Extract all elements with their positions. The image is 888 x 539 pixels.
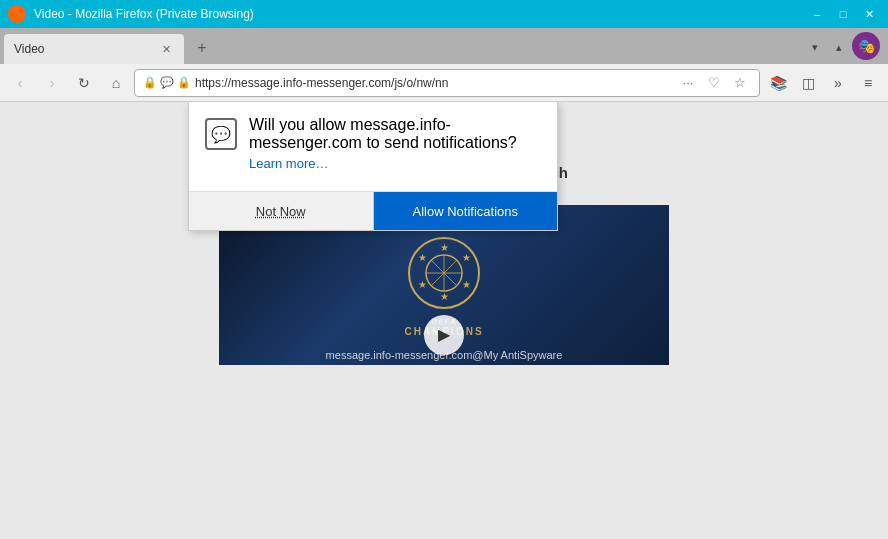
chevron-up-icon[interactable]: ▴ [828, 36, 850, 58]
reload-button[interactable]: ↻ [70, 69, 98, 97]
menu-button[interactable]: ≡ [854, 69, 882, 97]
more-tools-button[interactable]: » [824, 69, 852, 97]
titlebar-controls: – □ ✕ [806, 3, 880, 25]
page-content: 💬 Will you allow message.info-messenger.… [0, 102, 888, 539]
titlebar: Video - Mozilla Firefox (Private Browsin… [0, 0, 888, 28]
tab-close-button[interactable]: ✕ [158, 41, 174, 57]
library-button[interactable]: 📚 [764, 69, 792, 97]
learn-more-link[interactable]: Learn more… [249, 152, 541, 181]
tabbar-right-controls: ▾ ▴ 🎭 [804, 32, 884, 62]
svg-text:★: ★ [440, 291, 449, 302]
more-button[interactable]: ··· [677, 72, 699, 94]
new-tab-button[interactable]: + [188, 34, 216, 62]
notification-popup: 💬 Will you allow message.info-messenger.… [188, 102, 558, 231]
toolbar-right: 📚 ◫ » ≡ [764, 69, 882, 97]
notification-bell-icon: 💬 [205, 118, 237, 150]
sidebar-button[interactable]: ◫ [794, 69, 822, 97]
champions-ball-icon: ★ ★ ★ ★ ★ ★ [404, 233, 484, 313]
not-now-button[interactable]: Not Now [189, 192, 374, 230]
svg-text:★: ★ [462, 279, 471, 290]
home-button[interactable]: ⌂ [102, 69, 130, 97]
lock-icon: 🔒 [177, 76, 191, 89]
minimize-button[interactable]: – [806, 3, 828, 25]
notification-icon: 💬 [160, 76, 174, 89]
maximize-button[interactable]: □ [832, 3, 854, 25]
tabbar: Video ✕ + ▾ ▴ 🎭 [0, 28, 888, 64]
svg-text:★: ★ [418, 279, 427, 290]
svg-text:★: ★ [462, 252, 471, 263]
address-security-icons: 🔒 💬 🔒 [143, 76, 191, 89]
notification-text: Will you allow message.info-messenger.co… [249, 116, 541, 181]
titlebar-left: Video - Mozilla Firefox (Private Browsin… [8, 5, 254, 23]
chevron-down-icon[interactable]: ▾ [804, 36, 826, 58]
private-browsing-icon: 🎭 [852, 32, 880, 60]
svg-text:★: ★ [418, 252, 427, 263]
security-icon: 🔒 [143, 76, 157, 89]
video-watermark: message.info-messenger.com@My AntiSpywar… [219, 349, 669, 361]
address-bar[interactable]: 🔒 💬 🔒 https://message.info-messenger.com… [134, 69, 760, 97]
bookmark-button[interactable]: ♡ [703, 72, 725, 94]
notification-buttons: Not Now Allow Notifications [189, 191, 557, 230]
forward-button[interactable]: › [38, 69, 66, 97]
back-button[interactable]: ‹ [6, 69, 34, 97]
star-button[interactable]: ☆ [729, 72, 751, 94]
firefox-logo-icon [8, 5, 26, 23]
url-text: https://message.info-messenger.com/js/o/… [195, 76, 673, 90]
tab-title: Video [14, 42, 152, 56]
notification-content: 💬 Will you allow message.info-messenger.… [189, 102, 557, 191]
titlebar-title: Video - Mozilla Firefox (Private Browsin… [34, 7, 254, 21]
close-button[interactable]: ✕ [858, 3, 880, 25]
allow-notifications-button[interactable]: Allow Notifications [374, 192, 558, 230]
address-actions: ··· ♡ ☆ [677, 72, 751, 94]
active-tab[interactable]: Video ✕ [4, 34, 184, 64]
toolbar: ‹ › ↻ ⌂ 🔒 💬 🔒 https://message.info-messe… [0, 64, 888, 102]
svg-text:★: ★ [440, 242, 449, 253]
notification-question-text: Will you allow message.info-messenger.co… [249, 116, 517, 151]
